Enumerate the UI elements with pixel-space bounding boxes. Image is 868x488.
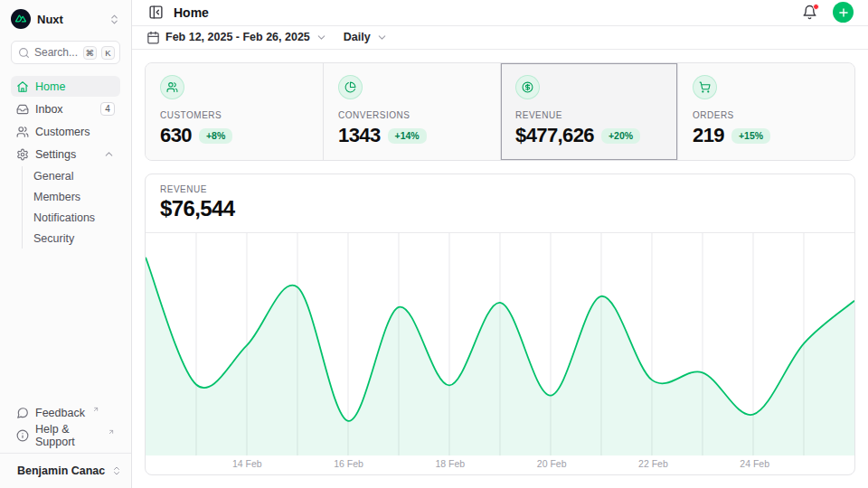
stats-row: CUSTOMERS 630 +8% CONVERSIONS 1343 +14% — [145, 62, 855, 161]
search-input[interactable] — [34, 46, 79, 59]
house-icon — [16, 80, 29, 93]
external-link-arrow-icon — [92, 406, 99, 413]
sidebar-item-security[interactable]: Security — [23, 229, 120, 249]
granularity-select[interactable]: Daily — [344, 31, 388, 43]
x-tick-label: 14 Feb — [232, 458, 262, 469]
revenue-area-chart — [146, 233, 854, 455]
stat-card-customers[interactable]: CUSTOMERS 630 +8% — [146, 63, 323, 160]
top-header: Home — [132, 0, 868, 26]
sidebar-spacer — [0, 257, 131, 397]
stat-value: 630 — [160, 124, 192, 147]
chevron-up-icon — [103, 148, 115, 160]
sidebar-footer: Feedback Help & Support — [0, 397, 131, 453]
sidebar-item-notifications[interactable]: Notifications — [23, 208, 120, 228]
notifications-button[interactable] — [800, 3, 819, 22]
external-link-arrow-icon — [108, 428, 115, 436]
sidebar: Nuxt ⌘ K Home Inbo — [0, 0, 132, 488]
chart-title: REVENUE — [160, 184, 840, 194]
revenue-chart-header: REVENUE $76,544 — [146, 174, 854, 233]
content: CUSTOMERS 630 +8% CONVERSIONS 1343 +14% — [132, 50, 868, 488]
chart-x-axis: 14 Feb16 Feb18 Feb20 Feb22 Feb24 Feb — [146, 455, 854, 474]
sidebar-nav: Home Inbox 4 Customers Settings — [0, 68, 131, 257]
x-tick-label: 24 Feb — [740, 458, 769, 469]
user-name: Benjamin Canac — [17, 465, 105, 477]
x-tick-label: 22 Feb — [638, 458, 668, 469]
users-icon — [16, 126, 29, 138]
pie-chart-icon — [338, 75, 363, 99]
sidebar-item-label: Settings — [35, 148, 97, 161]
sidebar-item-general[interactable]: General — [23, 166, 120, 186]
main-area: Home Feb 12, 2025 - Feb 26, 2025 — [132, 0, 868, 488]
nuxt-logo-icon — [11, 9, 31, 29]
chevron-down-icon — [316, 32, 327, 43]
stat-delta-badge: +15% — [731, 128, 770, 144]
chart-current-value: $76,544 — [160, 196, 840, 221]
help-support-link[interactable]: Help & Support — [11, 425, 120, 446]
gear-icon — [16, 148, 29, 161]
panel-left-close-icon — [148, 5, 164, 20]
sidebar-item-settings[interactable]: Settings — [11, 144, 120, 164]
stat-value: $477,626 — [515, 124, 594, 147]
stat-delta-badge: +14% — [388, 128, 427, 144]
stat-label: ORDERS — [693, 110, 840, 120]
info-circle-icon — [16, 429, 29, 442]
sidebar-item-home[interactable]: Home — [11, 76, 120, 97]
sidebar-item-label: Inbox — [35, 103, 94, 116]
settings-children: General Members Notifications Security — [22, 166, 120, 249]
x-tick-label: 16 Feb — [334, 458, 363, 469]
stat-value: 219 — [693, 124, 724, 147]
date-range-label: Feb 12, 2025 - Feb 26, 2025 — [165, 31, 310, 43]
sidebar-item-label: Customers — [35, 126, 115, 138]
search-input-wrap[interactable]: ⌘ K — [11, 41, 120, 64]
dashboard-window: Nuxt ⌘ K Home Inbo — [0, 0, 868, 488]
users-icon — [160, 75, 184, 99]
stat-delta-badge: +8% — [199, 128, 232, 144]
feedback-link[interactable]: Feedback — [11, 402, 120, 423]
page-title: Home — [174, 5, 792, 20]
stat-card-orders[interactable]: ORDERS 219 +15% — [677, 63, 854, 160]
sidebar-item-label: Security — [33, 232, 74, 245]
user-menu-button[interactable]: Benjamin Canac — [11, 460, 120, 482]
stat-delta-badge: +20% — [601, 128, 640, 144]
sidebar-item-label: General — [33, 170, 73, 183]
date-range-picker[interactable]: Feb 12, 2025 - Feb 26, 2025 — [146, 31, 327, 44]
chevron-down-icon — [376, 32, 388, 43]
dollar-circle-icon — [515, 75, 540, 99]
stat-label: CONVERSIONS — [338, 110, 486, 120]
x-tick-label: 18 Feb — [435, 458, 465, 469]
chevrons-up-down-icon — [111, 465, 122, 476]
inbox-icon — [16, 103, 29, 116]
kbd-k: K — [101, 46, 115, 60]
filter-toolbar: Feb 12, 2025 - Feb 26, 2025 Daily — [132, 26, 868, 50]
stat-card-conversions[interactable]: CONVERSIONS 1343 +14% — [323, 63, 500, 160]
revenue-chart-card: REVENUE $76,544 14 Feb16 Feb18 Feb20 Feb… — [145, 174, 855, 475]
sidebar-item-label: Members — [33, 191, 80, 203]
plus-icon — [837, 6, 850, 19]
feedback-label: Feedback — [35, 407, 85, 419]
search-icon — [18, 47, 30, 59]
x-tick-label: 20 Feb — [537, 458, 567, 469]
message-circle-icon — [16, 407, 29, 419]
sidebar-item-members[interactable]: Members — [23, 187, 120, 207]
sidebar-item-customers[interactable]: Customers — [11, 121, 120, 142]
sidebar-item-label: Home — [35, 80, 115, 93]
workspace-switcher[interactable]: Nuxt — [0, 0, 131, 36]
revenue-chart-plot[interactable] — [146, 233, 854, 455]
help-support-label: Help & Support — [35, 423, 100, 448]
chevrons-up-down-icon — [108, 14, 120, 25]
notification-dot — [813, 4, 819, 10]
stat-label: CUSTOMERS — [160, 110, 308, 120]
sidebar-user-section: Benjamin Canac — [0, 453, 131, 488]
calendar-icon — [146, 31, 160, 44]
stat-label: REVENUE — [515, 110, 663, 120]
stat-value: 1343 — [338, 124, 381, 147]
add-button[interactable] — [833, 2, 854, 23]
sidebar-item-label: Notifications — [33, 211, 95, 224]
workspace-name: Nuxt — [37, 13, 102, 26]
stat-card-revenue[interactable]: REVENUE $477,626 +20% — [500, 63, 677, 160]
sidebar-collapse-button[interactable] — [146, 3, 165, 22]
sidebar-item-inbox[interactable]: Inbox 4 — [11, 99, 120, 119]
shopping-cart-icon — [693, 75, 717, 99]
inbox-count-badge: 4 — [100, 102, 115, 116]
kbd-meta: ⌘ — [83, 46, 98, 60]
